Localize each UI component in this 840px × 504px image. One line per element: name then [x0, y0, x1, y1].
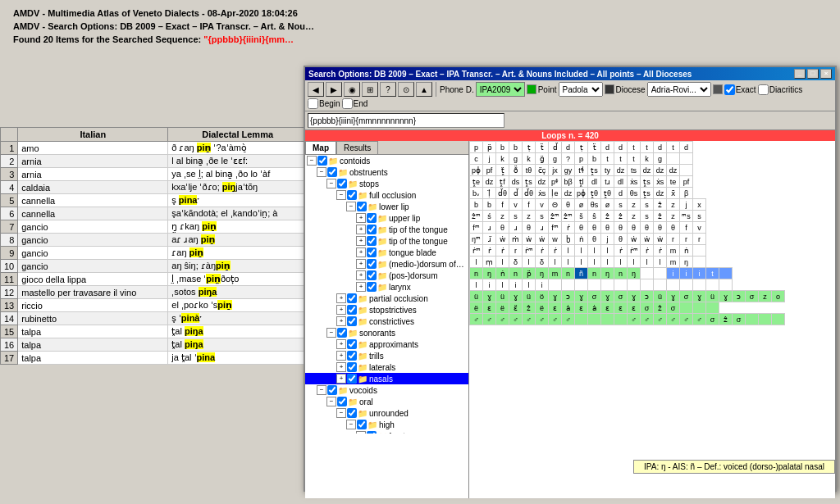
ipa-cell[interactable]: [693, 279, 706, 291]
ipa-cell[interactable]: n: [588, 268, 601, 279]
tree-checkbox-obstruents[interactable]: [327, 167, 337, 177]
ipa-cell[interactable]: [667, 153, 680, 165]
ipa-cell[interactable]: ṱs: [588, 165, 601, 176]
ipa-cell[interactable]: ɹ: [483, 222, 496, 234]
tree-item-stopstrictives[interactable]: +📁stopstrictives: [305, 304, 468, 316]
tree-item-constrictives[interactable]: +📁constrictives: [305, 316, 468, 327]
ipa-cell[interactable]: σ: [641, 302, 654, 314]
ipa-cell[interactable]: d̈: [509, 188, 523, 199]
ipa-cell[interactable]: ᵐs: [680, 211, 693, 222]
ipa-cell[interactable]: s: [641, 211, 654, 222]
ipa-cell[interactable]: f: [496, 199, 509, 211]
ipa-cell[interactable]: ȧ: [588, 302, 601, 314]
tree-checkbox-partial_occlusion[interactable]: [347, 293, 357, 303]
ipa-cell[interactable]: ẇ: [523, 234, 536, 245]
tree-checkbox-oral[interactable]: [337, 397, 347, 406]
ipa-cell[interactable]: ɔ: [733, 291, 746, 302]
toolbar-btn-target[interactable]: ⊙: [398, 82, 414, 97]
ipa-cell[interactable]: bᵥ: [470, 188, 483, 199]
ipa-cell[interactable]: [693, 257, 706, 268]
ipa-cell[interactable]: [575, 314, 588, 325]
ipa-cell[interactable]: z: [496, 211, 509, 222]
tree-item-approximants[interactable]: +📁approximants: [305, 338, 468, 350]
ipa-cell[interactable]: ḷ̈: [483, 188, 496, 199]
ipa-cell[interactable]: b: [588, 153, 601, 165]
ipa-cell[interactable]: θs: [588, 199, 601, 211]
ipa-cell[interactable]: ü: [706, 291, 719, 302]
tree-checkbox-medio_dorsum[interactable]: [367, 259, 377, 269]
ipa-cell[interactable]: ɹ: [536, 222, 549, 234]
ipa-cell[interactable]: ɛ: [575, 302, 588, 314]
ipa-cell[interactable]: [746, 314, 759, 325]
tree-item-larynx[interactable]: +📁larynx: [305, 281, 468, 293]
tree-expand-lower_lip[interactable]: −: [346, 202, 356, 211]
ipa-cell[interactable]: ṙᵐ: [470, 245, 483, 257]
ipa-cell[interactable]: [680, 302, 693, 314]
ipa-cell[interactable]: ẑᵐ: [470, 211, 483, 222]
ipa-cell[interactable]: ṭ: [575, 142, 588, 153]
ipa-cell[interactable]: i: [509, 279, 523, 291]
ipa-cell[interactable]: ṱθ: [601, 188, 614, 199]
ipa-cell[interactable]: ü: [523, 291, 536, 302]
ipa-cell[interactable]: θ: [588, 222, 601, 234]
ipa-cell[interactable]: ɣ: [719, 291, 733, 302]
ipa-cell[interactable]: g: [549, 153, 562, 165]
tree-expand-medio_dorsum[interactable]: +: [356, 259, 366, 269]
ipa-cell[interactable]: ŋ: [680, 257, 693, 268]
ipa-cell[interactable]: ♂: [549, 314, 562, 325]
ipa-cell[interactable]: d: [614, 188, 628, 199]
ipa-cell[interactable]: l: [496, 257, 509, 268]
ipa-cell[interactable]: [614, 279, 628, 291]
close-button[interactable]: ×: [820, 69, 832, 79]
ipa-cell[interactable]: [549, 279, 562, 291]
search-input[interactable]: [308, 113, 504, 128]
tree-checkbox-tongue_blade[interactable]: [367, 247, 377, 257]
tree-expand-vocoids[interactable]: −: [317, 385, 326, 395]
ipa-cell[interactable]: ẋs: [654, 176, 667, 188]
ipa-cell[interactable]: l: [470, 279, 483, 291]
ipa-cell[interactable]: ẖ: [562, 234, 575, 245]
ipa-cell[interactable]: ẑᵐ: [549, 211, 562, 222]
ipa-cell[interactable]: pf: [483, 165, 496, 176]
ipa-cell[interactable]: n: [614, 268, 628, 279]
ipa-cell[interactable]: te: [667, 176, 680, 188]
ipa-cell[interactable]: jx: [549, 165, 562, 176]
tree-expand-pos_dorsum[interactable]: +: [356, 270, 366, 280]
tree-checkbox-tip_tongue2[interactable]: [367, 236, 377, 246]
ipa-cell[interactable]: f: [680, 222, 693, 234]
ipa-cell[interactable]: ṙ: [641, 245, 654, 257]
ipa-cell[interactable]: v: [536, 199, 549, 211]
tree-item-front[interactable]: +📁front: [305, 430, 468, 434]
ipa-cell[interactable]: ṭ: [523, 142, 536, 153]
ipa-cell[interactable]: [719, 268, 733, 279]
ipa-cell[interactable]: β: [680, 188, 693, 199]
ipa-cell[interactable]: m: [667, 245, 680, 257]
ipa-cell[interactable]: t: [614, 153, 628, 165]
ipa-cell[interactable]: ɹ: [509, 222, 523, 234]
ipa-cell[interactable]: d: [562, 142, 575, 153]
tree-expand-obstruents[interactable]: −: [317, 167, 326, 177]
ipa-cell[interactable]: ṙ: [496, 245, 509, 257]
ipa-cell[interactable]: g: [654, 153, 667, 165]
ipa-cell[interactable]: ɛ: [549, 302, 562, 314]
tree-expand-tip_tongue1[interactable]: +: [356, 225, 366, 234]
ipa-cell[interactable]: t: [601, 153, 614, 165]
ipa-cell[interactable]: σ: [667, 302, 680, 314]
ipa-cell[interactable]: ṙᵐ: [523, 245, 536, 257]
ipa-cell[interactable]: s: [509, 211, 523, 222]
ipa-cell[interactable]: ñ: [575, 268, 588, 279]
ipa-cell[interactable]: ɣ: [483, 291, 496, 302]
ipa-cell[interactable]: θ: [601, 222, 614, 234]
ipa-cell[interactable]: ö: [536, 291, 549, 302]
tree-item-stops[interactable]: −📁stops: [305, 178, 468, 189]
ipa-cell[interactable]: ♂: [693, 314, 706, 325]
ipa-cell[interactable]: p: [470, 142, 483, 153]
ipa-cell[interactable]: ɣ: [509, 291, 523, 302]
tree-expand-stops[interactable]: −: [326, 179, 336, 188]
ipa-cell[interactable]: ø: [601, 199, 614, 211]
maximize-button[interactable]: □: [807, 69, 819, 79]
ipa-cell[interactable]: θ: [654, 222, 667, 234]
ipa-cell[interactable]: ẇ: [536, 234, 549, 245]
diacritics-checkbox-label[interactable]: Diacritics: [758, 84, 803, 95]
ipa-cell[interactable]: bβ: [562, 176, 575, 188]
